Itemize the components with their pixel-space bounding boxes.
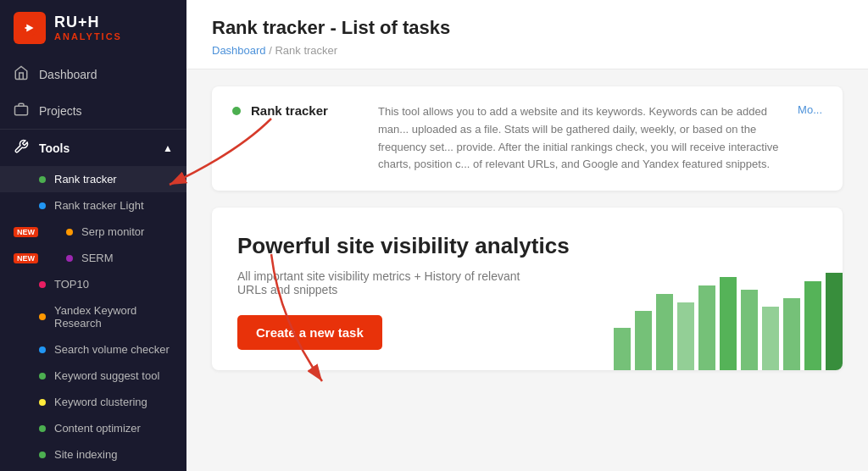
promo-card: Powerful site visibility analytics All i…: [212, 208, 843, 370]
sidebar-tool-label-serm: SERM: [81, 252, 114, 264]
dot-serm: [66, 255, 73, 262]
sidebar-tool-label-search-volume: Search volume checker: [54, 343, 170, 356]
svg-rect-3: [15, 106, 28, 115]
breadcrumb-home-link[interactable]: Dashboard: [212, 44, 266, 57]
sidebar-tool-rank-tracker-light[interactable]: Rank tracker Light: [0, 192, 186, 219]
logo-text: RU+H ANALYTICS: [54, 14, 122, 43]
svg-rect-10: [741, 290, 758, 370]
rank-tracker-card-desc: This tool allows you to add a website an…: [378, 103, 789, 174]
badge-new-serm: NEW: [14, 253, 38, 263]
sidebar-tool-meta-scanner[interactable]: NEW Meta scanner: [0, 468, 186, 471]
sidebar-tool-serp-monitor[interactable]: NEW Serp monitor: [0, 219, 186, 245]
sidebar-tool-label: Rank tracker: [54, 173, 117, 186]
sidebar: RU+H ANALYTICS Dashboard Projects: [0, 0, 186, 471]
sidebar-tool-label-site-indexing: Site indexing: [54, 448, 117, 461]
sidebar-tool-serm[interactable]: NEW SERM: [0, 245, 186, 271]
sidebar-tool-label-top10: TOP10: [54, 278, 89, 291]
svg-rect-11: [762, 307, 779, 370]
logo-area[interactable]: RU+H ANALYTICS: [0, 0, 186, 56]
sidebar-tool-label-light: Rank tracker Light: [54, 199, 144, 212]
sidebar-tool-label-serp: Serp monitor: [81, 225, 144, 238]
tools-label: Tools: [39, 141, 70, 155]
breadcrumb: Dashboard / Rank tracker: [212, 44, 843, 57]
folder-icon: [14, 102, 31, 119]
svg-rect-8: [698, 285, 715, 370]
dot-rank-tracker: [39, 176, 46, 183]
svg-rect-9: [720, 277, 737, 370]
chart-svg: [605, 260, 843, 370]
dot-search-volume: [39, 346, 46, 353]
sidebar-tool-label-keyword-suggest: Keyword suggest tool: [54, 369, 159, 382]
dot-keyword-suggest: [39, 373, 46, 380]
dot-rank-tracker-light: [39, 202, 46, 209]
sidebar-tool-rank-tracker[interactable]: Rank tracker: [0, 166, 186, 192]
breadcrumb-current: Rank tracker: [275, 44, 337, 57]
page-header: Rank tracker - List of tasks Dashboard /…: [186, 0, 868, 69]
promo-title: Powerful site visibility analytics: [237, 233, 593, 259]
sidebar-tool-keyword-clustering[interactable]: Keyword clustering: [0, 389, 186, 415]
logo-brand: RU+H: [54, 14, 122, 32]
create-new-task-button[interactable]: Create a new task: [237, 315, 382, 350]
dot-content-optimizer: [39, 425, 46, 432]
sidebar-tool-top10[interactable]: TOP10: [0, 271, 186, 297]
logo-sub: ANALYTICS: [54, 31, 122, 42]
svg-rect-12: [783, 298, 800, 370]
svg-rect-4: [614, 328, 631, 370]
chart-decoration: [605, 260, 843, 370]
badge-new-serp: NEW: [14, 227, 38, 237]
chevron-up-icon: ▲: [163, 142, 173, 154]
logo-icon: [14, 12, 46, 44]
dot-top10: [39, 281, 46, 288]
content-area: Rank tracker This tool allows you to add…: [186, 69, 868, 387]
rank-tracker-status-dot: [232, 107, 241, 115]
home-icon: [14, 65, 31, 83]
svg-rect-7: [677, 302, 694, 370]
sidebar-tool-search-volume[interactable]: Search volume checker: [0, 336, 186, 363]
rank-tracker-more-link[interactable]: Mo...: [798, 103, 822, 116]
sidebar-tool-content-optimizer[interactable]: Content optimizer: [0, 415, 186, 441]
sidebar-tools-header[interactable]: Tools ▲: [0, 129, 186, 166]
sidebar-tool-label-keyword-clustering: Keyword clustering: [54, 396, 147, 408]
svg-rect-5: [635, 311, 652, 370]
svg-rect-13: [804, 281, 821, 370]
sidebar-dashboard-label: Dashboard: [39, 68, 97, 81]
promo-desc: All important site visibility metrics + …: [237, 269, 526, 296]
sidebar-tool-yandex-keyword[interactable]: Yandex Keyword Research: [0, 297, 186, 336]
main-content: Rank tracker - List of tasks Dashboard /…: [186, 0, 868, 471]
sidebar-tool-label-content-optimizer: Content optimizer: [54, 422, 141, 435]
sidebar-item-dashboard[interactable]: Dashboard: [0, 56, 186, 92]
tools-icon: [14, 139, 31, 157]
dot-keyword-clustering: [39, 399, 46, 406]
rank-tracker-card-title: Rank tracker: [251, 103, 353, 118]
sidebar-tool-keyword-suggest[interactable]: Keyword suggest tool: [0, 363, 186, 389]
svg-rect-6: [656, 294, 673, 370]
page-title: Rank tracker - List of tasks: [212, 17, 843, 39]
dot-site-indexing: [39, 452, 46, 458]
sidebar-projects-label: Projects: [39, 104, 82, 118]
rank-tracker-info-card: Rank tracker This tool allows you to add…: [212, 86, 843, 191]
sidebar-tool-label-yandex: Yandex Keyword Research: [54, 304, 173, 330]
dot-yandex: [39, 313, 46, 320]
sidebar-tool-site-indexing[interactable]: Site indexing: [0, 441, 186, 468]
dot-serp-monitor: [66, 229, 73, 236]
sidebar-item-projects[interactable]: Projects: [0, 92, 186, 129]
svg-rect-14: [826, 273, 843, 370]
